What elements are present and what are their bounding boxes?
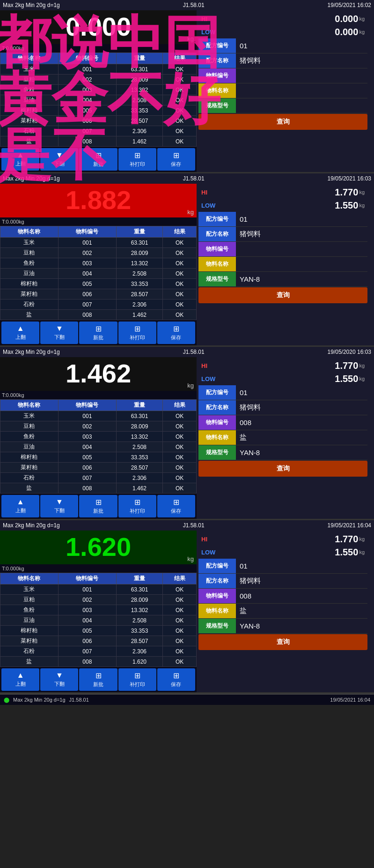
table-cell: 1.462 [116,483,162,494]
btn-0-panel-3[interactable]: ▲ 上翻 [1,668,39,691]
info-label-3-0: 配方编号 [198,559,236,573]
table-header: 重量 [116,53,162,64]
table-cell: OK [163,136,197,147]
table-cell: OK [163,258,197,269]
table-cell: 006 [58,289,116,299]
info-row-0-4: 规格型号 [198,98,367,113]
btn-icon-1: ▼ [56,671,63,680]
table-row: 豆粕00228.009OK [0,248,197,258]
btn-label-4: 保存 [171,161,181,168]
panel-top-2: 1.462 kg T:0.000kg 物料名称物料编号重量结果 玉米00163.… [0,357,374,519]
low-box-3: LOW 1.550 kg [198,546,367,559]
query-button-0[interactable]: 查询 [198,114,367,130]
info-label-3-1: 配方名称 [198,574,236,588]
btn-1-panel-1[interactable]: ▼ 下翻 [40,322,78,344]
info-value-2-2: 008 [236,419,367,427]
btn-1-panel-2[interactable]: ▼ 下翻 [40,495,78,517]
table-cell: OK [163,636,197,646]
info-label-2-0: 配方编号 [198,385,236,400]
table-cell: 棉籽粕 [0,452,59,463]
btn-label-3: 补打印 [130,508,145,515]
btn-2-panel-1[interactable]: ⊞ 新批 [79,322,117,344]
header-spec-2: Max 2kg Min 20g d=1g [3,349,60,355]
btn-0-panel-2[interactable]: ▲ 上翻 [1,495,39,517]
info-row-3-4: 规格型号 YAN-8 [198,619,367,634]
info-value-1-4: YAN-8 [236,275,367,283]
low-unit-2: kg [359,376,365,382]
table-cell: 001 [58,411,116,421]
weight-value-1: 1.882 [0,184,197,217]
table-cell: 13.302 [116,432,162,442]
table-cell: 13.302 [116,85,162,95]
btn-label-1: 下翻 [54,334,65,341]
btn-label-1: 下翻 [54,507,65,514]
btn-3-panel-2[interactable]: ⊞ 补打印 [118,495,156,517]
low-unit-0: kg [359,29,365,35]
table-cell: OK [163,463,197,473]
table-row: 玉米00163.301OK [0,584,197,595]
info-label-1-4: 规格型号 [198,272,236,286]
btn-2-panel-3[interactable]: ⊞ 新批 [79,668,117,691]
table-cell: OK [163,299,197,310]
table-cell: 菜籽粕 [0,463,59,473]
btn-2-panel-2[interactable]: ⊞ 新批 [79,495,117,517]
weight-display-wrapper-2: 1.462 kg [0,357,197,391]
table-cell: 豆粕 [0,75,59,85]
low-box-0: LOW 0.000 kg [198,25,367,38]
btn-3-panel-3[interactable]: ⊞ 补打印 [118,668,156,691]
table-cell: OK [163,238,197,248]
panel-top-1: 1.882 kg T:0.000kg 物料名称物料编号重量结果 玉米00163.… [0,184,374,345]
info-row-0-2: 物料编号 [198,68,367,83]
tare-value-0: T:0.000kg [2,45,24,51]
btn-0-panel-1[interactable]: ▲ 上翻 [1,322,39,344]
btn-4-panel-3[interactable]: ⊞ 保存 [157,668,195,691]
info-value-3-0: 01 [236,562,367,570]
table-row: 棉籽粕00533.353OK [0,626,197,636]
btn-3-panel-0[interactable]: ⊞ 补打印 [118,148,156,171]
table-cell: OK [163,248,197,258]
info-value-1-1: 猪饲料 [236,230,367,239]
info-value-2-1: 猪饲料 [236,403,367,412]
btn-4-panel-1[interactable]: ⊞ 保存 [157,322,195,344]
table-cell: 006 [58,636,116,646]
query-button-1[interactable]: 查询 [198,287,367,303]
header-spec-1: Max 2kg Min 20g d=1g [3,175,60,182]
low-val-0: 0.000 [335,27,358,37]
bottom-status-bar: ⬤ Max 2kg Min 20g d=1g J1.58.01 19/05/20… [0,694,374,705]
btn-4-panel-2[interactable]: ⊞ 保存 [157,495,195,517]
weight-display-wrapper-1: 1.882 kg [0,184,197,217]
table-cell: 鱼粉 [0,605,59,615]
table-cell: 豆粕 [0,595,59,605]
tare-value-1: T:0.000kg [2,219,24,224]
btn-2-panel-0[interactable]: ⊞ 新批 [79,148,117,171]
info-label-3-2: 物料编号 [198,589,236,603]
info-row-0-0: 配方编号 01 [198,38,367,53]
table-cell: 2.508 [116,615,162,626]
query-button-2[interactable]: 查询 [198,461,367,477]
btn-3-panel-1[interactable]: ⊞ 补打印 [118,322,156,344]
table-cell: 玉米 [0,238,59,248]
low-label-0: LOW [201,29,215,36]
info-label-0-0: 配方编号 [198,38,236,53]
btn-4-panel-0[interactable]: ⊞ 保存 [157,148,195,171]
table-cell: 13.302 [116,605,162,615]
btn-1-panel-0[interactable]: ▼ 下翻 [40,148,78,171]
table-header: 重量 [116,400,162,411]
hi-low-box-1: HI 1.770 kg LOW 1.550 kg [198,186,367,212]
btn-bar-1: ▲ 上翻 ▼ 下翻 ⊞ 新批 ⊞ 补打印 ⊞ 保存 [0,320,197,345]
table-cell: OK [163,483,197,494]
hi-box-2: HI 1.770 kg [198,359,367,372]
query-button-3[interactable]: 查询 [198,634,367,650]
info-row-1-1: 配方名称 猪饲料 [198,227,367,242]
table-cell: 2.508 [116,95,162,105]
header-datetime-2: 19/05/2020 16:03 [328,349,371,355]
info-row-1-4: 规格型号 YAN-8 [198,272,367,287]
table-cell: 盐 [0,136,59,147]
table-cell: 003 [58,258,116,269]
tare-value-2: T:0.000kg [2,392,24,398]
btn-1-panel-3[interactable]: ▼ 下翻 [40,668,78,691]
table-cell: 棉籽粕 [0,105,59,116]
table-cell: 28.507 [116,636,162,646]
btn-0-panel-0[interactable]: ▲ 上翻 [1,148,39,171]
table-cell: 003 [58,605,116,615]
